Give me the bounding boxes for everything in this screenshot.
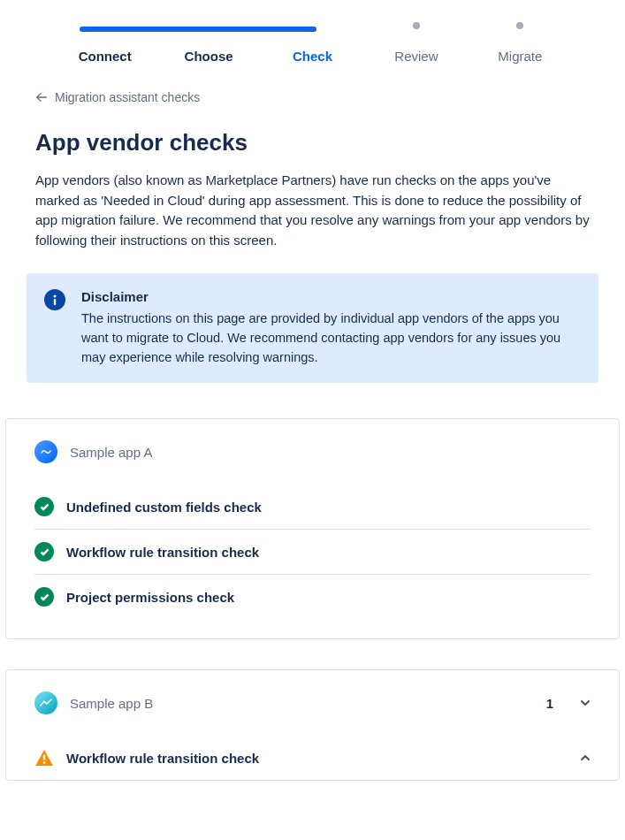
step-check[interactable]: Check (261, 22, 364, 64)
step-review: Review (364, 22, 468, 64)
step-dot-icon (413, 22, 420, 29)
check-row[interactable]: Project permissions check (34, 575, 591, 619)
step-label: Choose (185, 49, 233, 64)
app-header[interactable]: Sample app A (34, 440, 591, 463)
disclaimer-panel: Disclaimer The instructions on this page… (27, 273, 598, 383)
check-row[interactable]: Workflow rule transition check (34, 530, 591, 575)
check-title: Workflow rule transition check (66, 751, 568, 766)
app-name: Sample app A (70, 445, 591, 460)
step-label: Review (394, 49, 438, 64)
page-title: App vendor checks (35, 129, 590, 157)
disclaimer-title: Disclaimer (81, 289, 581, 304)
check-row[interactable]: Undefined custom fields check (34, 485, 591, 530)
step-connect[interactable]: Connect (53, 22, 156, 64)
disclaimer-body: The instructions on this page are provid… (81, 309, 581, 367)
check-title: Undefined custom fields check (66, 500, 591, 515)
app-icon (34, 691, 57, 714)
check-title: Workflow rule transition check (66, 545, 591, 560)
step-label: Connect (79, 49, 132, 64)
step-label: Migrate (498, 49, 542, 64)
wizard-stepper: Connect Choose Check Review Migrate (0, 0, 625, 64)
app-icon (34, 440, 57, 463)
check-success-icon (34, 587, 54, 607)
warning-count: 1 (546, 696, 553, 711)
check-success-icon (34, 542, 54, 561)
svg-rect-2 (43, 755, 45, 760)
check-success-icon (34, 497, 54, 516)
app-header[interactable]: Sample app B 1 (34, 691, 591, 714)
intro-paragraph: App vendors (also known as Marketplace P… (35, 171, 590, 250)
arrow-left-icon (35, 91, 48, 103)
svg-point-3 (43, 761, 46, 764)
back-link-text: Migration assistant checks (55, 90, 200, 104)
step-choose[interactable]: Choose (156, 22, 260, 64)
step-label: Check (293, 49, 332, 64)
step-migrate: Migrate (469, 22, 572, 64)
check-title: Project permissions check (66, 590, 591, 605)
chevron-down-icon (580, 698, 591, 708)
warning-icon (34, 748, 54, 767)
info-icon (44, 289, 65, 310)
svg-point-0 (54, 295, 57, 298)
app-card: Sample app A Undefined custom fields che… (5, 418, 620, 639)
svg-rect-1 (54, 299, 56, 305)
chevron-up-icon (580, 752, 591, 763)
app-name: Sample app B (70, 696, 534, 711)
step-dot-icon (516, 22, 523, 29)
app-card: Sample app B 1 Workflow rule transition … (5, 669, 620, 781)
check-row[interactable]: Workflow rule transition check (34, 736, 591, 780)
back-link[interactable]: Migration assistant checks (35, 90, 590, 104)
